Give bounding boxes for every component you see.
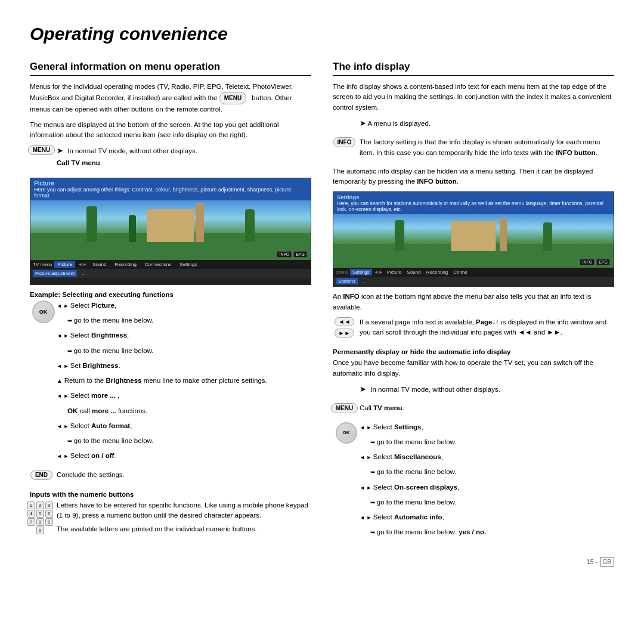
end-button-row: END Conclude the settings. [30,470,311,485]
tree3 [129,215,136,242]
call-tv-menu2: Call TV menu. [360,403,614,413]
right-intro: The info display shows a content-based i… [333,82,614,113]
step-return-brightness: ▲ Return to the Brightness menu line to … [57,376,311,386]
tv-info-title2: Settings [337,194,610,200]
factory-setting-text: The factory setting is that the info dis… [360,137,614,158]
tv-info-desc2: Here, you can search for stations automa… [337,200,610,212]
tv2-settings-active: Settings [350,269,372,275]
tv-menu-picture: Picture [54,261,75,268]
step-brightness-goto: ➥ go to the menu line below. [67,346,311,356]
normal-mode-row: MENU ➤ In normal TV mode, without other … [30,145,311,173]
ok-label: OK [39,309,48,315]
menu-btn2: MENU [331,403,358,413]
tv2-more: ... [360,278,368,284]
menu-btn-row2: MENU Call TV menu. [333,403,614,418]
normal-mode-text: ➤ In normal TV mode, without other displ… [57,145,311,157]
left-section-heading: General information on menu operation [30,61,311,76]
tv-image-left: INFO EPG [30,200,311,260]
step-select-osd: ◄ ► Select On-screen displays, [360,482,614,493]
call-tv-menu: Call TV menu. [57,158,311,168]
arrow-right-icon2: ➤ [360,119,366,128]
step-on-off: ◄ ► Select on / off. [57,451,311,461]
info-ind1: INFO [277,251,292,258]
tree2b [543,222,552,251]
right-section-heading: The info display [333,61,614,76]
perm-intro: Once you have become familiar with how t… [333,358,614,379]
step-set-brightness: ◄ ► Set Brightness. [57,361,311,371]
tower [196,203,204,242]
step-auto-info-goto: ➥ go to the menu line below: yes / no. [370,527,614,537]
example-heading: Example: Selecting and executing functio… [30,291,311,298]
step-select-more: ◄ ► Select more ... , [57,391,311,401]
tv-menu-sound: Sound [89,261,109,268]
ok-nav-circle: OK [32,301,55,323]
rewind-btn: ◄◄ [335,317,355,326]
tv2-ctions: ctions [336,270,348,275]
footer: 15 - GB [30,558,614,565]
step-settings-goto: ➥ go to the menu line below. [370,437,614,447]
numeric-keypad: 1 2 3 4 5 6 7 8 9 0 [27,501,54,534]
tv2-stations: Stations [336,278,358,284]
tree1 [86,206,97,242]
numeric-keys-row: 1 2 3 4 5 6 7 8 9 0 Letters have to be e… [30,500,311,540]
tv-image-right: INFO EPG [333,214,614,268]
step-picture-goto: ➥ go to the menu line below. [67,315,311,326]
step-osd-goto: ➥ go to the menu line below. [370,497,614,507]
numeric-text1: Letters have to be entered for specific … [57,500,311,521]
menu-button-ref: MENU [219,92,246,104]
settings-nav-circle: OK [336,422,357,444]
tv-submenu: Picture adjustment ... [30,269,311,278]
settings-nav-row: OK ◄ ► Select Settings, ➥ go to the menu… [333,422,614,543]
a-menu-displayed: ➤ A menu is displayed. [360,117,614,129]
tv2-sound: Sound [405,269,423,275]
auto-hide-text: The automatic info display can be hidden… [333,166,614,187]
tower2 [500,218,507,251]
tv2-recording: Recording [425,269,450,275]
ok-button-row: OK ◄ ► Select Picture, ➥ go to the menu … [30,301,311,466]
arrow-right-icon: ➤ [57,146,63,155]
tv-sub-picture-adj: Picture adjustment [33,270,77,277]
left-intro2: The menus are displayed at the bottom of… [30,120,311,141]
arrow-right-icon3: ➤ [360,385,366,394]
tv-sub-more: ... [79,270,88,277]
tv-info-bar2: Settings Here, you can search for statio… [333,192,614,214]
tree2 [245,209,255,242]
info-indicators2: INFO EPG [580,259,610,265]
perm-heading: Permenantly display or hide the automati… [333,348,614,355]
step-auto-format: ◄ ► Select Auto format, [57,421,311,431]
tv-info-desc: Here you can adjust among other things: … [34,187,307,199]
numeric-heading: Inputs with the numeric buttons [30,491,311,498]
tv-menu-settings: Settings [177,261,200,268]
end-btn: END [30,470,52,480]
normal-mode-row2: ➤ In normal TV mode, without other displ… [333,383,614,400]
tv-screenshot-right: Settings Here, you can search for statio… [333,191,614,287]
end-text: Conclude the settings. [57,470,311,480]
tv-info-bar: Picture Here you can adjust among other … [30,178,311,200]
tv-menu-bar2: ctions Settings ◄► Picture Sound Recordi… [333,268,614,277]
tv-screenshot-left: Picture Here you can adjust among other … [30,178,311,285]
step-select-auto-info: ◄ ► Select Automatic info, [360,512,614,522]
page-scroll-text: If a several page info text is available… [360,317,614,338]
step-select-misc: ◄ ► Select Miscellaneous, [360,452,614,462]
step-select-picture: ◄ ► Select Picture, [57,301,311,311]
building [147,209,194,242]
tv-submenu2: Stations ... [333,277,614,286]
info-ind4: EPG [596,259,610,265]
left-column: General information on menu operation Me… [30,61,311,546]
page-scroll-row: ◄◄ ►► If a several page info text is ava… [333,317,614,343]
tv-menu-label: TV menu [33,262,52,267]
step-select-brightness: ◄ ► Select Brightness, [57,330,311,340]
step-misc-goto: ➥ go to the menu line below. [370,467,614,477]
ffwd-btn: ►► [335,329,355,338]
info-ind2: EPG [293,251,307,258]
tv-menu-connections: Connections [142,261,174,268]
info-btn-ref: INFO [333,137,356,147]
right-column: The info display The info display shows … [333,61,614,546]
a-menu-displayed-row: ➤ A menu is displayed. [333,117,614,134]
page-number: 15 - GB [587,558,614,565]
building2 [451,221,496,251]
step-auto-format-goto: ➥ go to the menu line below. [67,436,311,446]
tv-menu-recording: Recording [112,261,139,268]
step-select-settings: ◄ ► Select Settings, [360,422,614,432]
info-ind3: INFO [580,259,595,265]
